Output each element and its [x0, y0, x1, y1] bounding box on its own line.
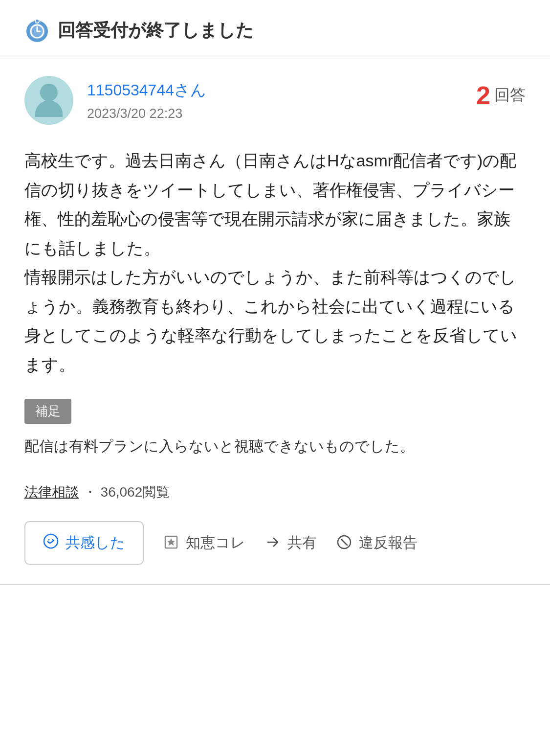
answer-number: 2	[476, 81, 490, 110]
sympathize-icon	[43, 533, 59, 552]
report-button[interactable]: 違反報告	[336, 528, 418, 558]
avatar	[24, 76, 73, 125]
supplement-section: 補足 配信は有料プランに入らないと視聴できないものでした。	[24, 399, 526, 458]
user-section: 1150534744さん 2023/3/20 22:23 2 回答	[0, 76, 550, 125]
supplement-badge: 補足	[24, 399, 71, 424]
user-info: 1150534744さん 2023/3/20 22:23	[87, 80, 206, 121]
svg-point-6	[35, 19, 39, 23]
svg-point-9	[52, 539, 54, 541]
svg-marker-11	[167, 538, 175, 546]
bottom-divider	[0, 584, 550, 585]
meta-text: 法律相談 ・ 36,062閲覧	[24, 484, 170, 500]
clock-icon	[24, 18, 50, 43]
share-button[interactable]: 共有	[265, 528, 317, 558]
report-icon	[336, 534, 352, 551]
svg-point-7	[44, 534, 58, 548]
svg-line-13	[341, 539, 347, 545]
collection-button[interactable]: 知恵コレ	[163, 528, 245, 558]
answer-count: 2 回答	[476, 76, 526, 110]
collection-icon	[163, 534, 179, 551]
category-link[interactable]: 法律相談	[24, 484, 79, 500]
share-label: 共有	[287, 533, 317, 553]
username[interactable]: 1150534744さん	[87, 80, 206, 101]
avatar-head	[40, 84, 58, 101]
top-divider	[0, 58, 550, 58]
user-left: 1150534744さん 2023/3/20 22:23	[24, 76, 206, 125]
meta-section: 法律相談 ・ 36,062閲覧	[0, 483, 550, 502]
report-label: 違反報告	[359, 533, 418, 553]
timestamp: 2023/3/20 22:23	[87, 106, 206, 121]
supplement-text: 配信は有料プランに入らないと視聴できないものでした。	[24, 434, 526, 458]
action-bar: 共感した 知恵コレ 共有	[0, 521, 550, 584]
main-content: 高校生です。過去日南さん（日南さんはHなasmr配信者です)の配信の切り抜きをツ…	[0, 146, 550, 458]
svg-point-8	[48, 539, 50, 541]
collection-label: 知恵コレ	[186, 533, 245, 553]
question-body: 高校生です。過去日南さん（日南さんはHなasmr配信者です)の配信の切り抜きをツ…	[24, 146, 526, 379]
view-count: 36,062閲覧	[101, 484, 170, 500]
status-banner: 回答受付が終了しました	[0, 0, 550, 58]
avatar-body	[35, 84, 63, 117]
status-label: 回答受付が終了しました	[58, 19, 254, 43]
sympathize-button[interactable]: 共感した	[24, 521, 144, 565]
answer-label: 回答	[494, 85, 526, 106]
share-icon	[265, 534, 281, 551]
page-container: 回答受付が終了しました 1150534744さん 2023/3/20 22:23…	[0, 0, 550, 756]
avatar-torso	[35, 100, 63, 117]
sympathize-label: 共感した	[66, 533, 125, 553]
